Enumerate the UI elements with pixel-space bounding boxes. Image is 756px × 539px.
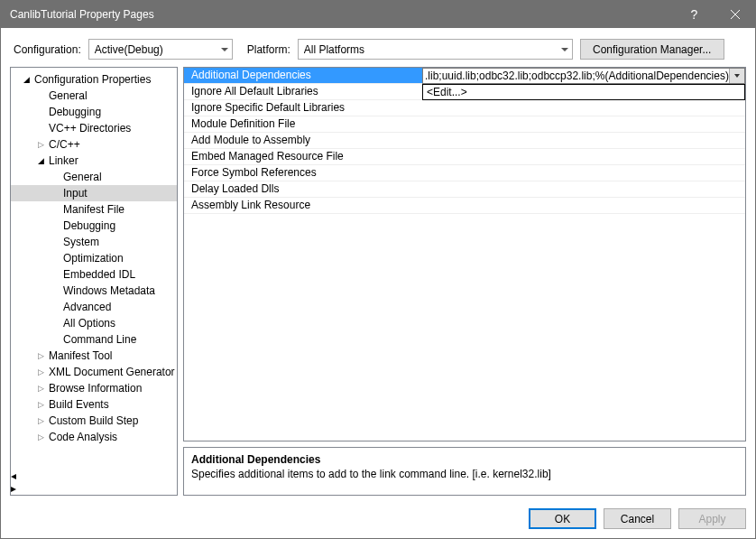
tree-item[interactable]: ▷Custom Build Step: [11, 413, 177, 429]
tree-item-label: Custom Build Step: [49, 414, 138, 427]
help-button[interactable]: ?: [674, 1, 715, 28]
collapse-icon[interactable]: ▷: [36, 367, 45, 376]
tree-item[interactable]: Debugging: [11, 218, 177, 234]
expand-icon[interactable]: ◢: [22, 75, 31, 84]
tree-item[interactable]: ▷XML Document Generator: [11, 364, 177, 380]
property-row[interactable]: Additional Dependencies.lib;uuid.lib;odb…: [184, 68, 745, 84]
tree-item-label: XML Document Generator: [49, 366, 175, 378]
property-name: Assembly Link Resource: [184, 198, 422, 213]
property-value[interactable]: [422, 198, 745, 213]
property-value-text: .lib;uuid.lib;odbc32.lib;odbccp32.lib;%(…: [425, 70, 729, 82]
tree-item[interactable]: ▷Browse Information: [11, 380, 177, 396]
property-row[interactable]: Ignore Specific Default Libraries: [184, 100, 745, 116]
apply-button[interactable]: Apply: [678, 508, 746, 529]
expand-icon[interactable]: ◢: [36, 156, 45, 165]
tree-item[interactable]: All Options: [11, 315, 177, 331]
tree-item-label: Debugging: [63, 219, 115, 232]
property-name: Force Symbol References: [184, 165, 422, 181]
property-row[interactable]: Force Symbol References: [184, 165, 745, 181]
window-title: CanlibTutorial Property Pages: [10, 8, 674, 21]
collapse-icon[interactable]: ▷: [36, 400, 45, 409]
collapse-icon[interactable]: ▷: [36, 432, 45, 441]
tree-item-label: Debugging: [49, 106, 101, 118]
tree-item-label: Embedded IDL: [63, 268, 135, 281]
property-value[interactable]: [422, 100, 745, 116]
property-row[interactable]: Assembly Link Resource: [184, 198, 745, 214]
property-value[interactable]: [422, 133, 745, 148]
configuration-manager-label: Configuration Manager...: [593, 43, 711, 56]
platform-value: All Platforms: [304, 43, 556, 56]
configuration-manager-button[interactable]: Configuration Manager...: [580, 39, 724, 60]
property-grid[interactable]: Additional Dependencies.lib;uuid.lib;odb…: [183, 67, 746, 441]
property-name: Add Module to Assembly: [184, 133, 422, 148]
scroll-right-icon[interactable]: ▸: [11, 482, 177, 495]
property-row[interactable]: Module Definition File: [184, 116, 745, 133]
tree-item[interactable]: ▷Manifest Tool: [11, 348, 177, 364]
tree-item-label: Advanced: [63, 301, 111, 313]
tree-item[interactable]: Optimization: [11, 250, 177, 266]
configuration-label: Configuration:: [14, 43, 81, 56]
tree-item[interactable]: ▷C/C++: [11, 136, 177, 153]
tree-item[interactable]: ▷Code Analysis: [11, 429, 177, 445]
description-text: Specifies additional items to add to the…: [191, 468, 738, 480]
tree-item-label: General: [63, 171, 102, 183]
property-value[interactable]: [422, 116, 745, 132]
tree-item-label: All Options: [63, 317, 115, 330]
scroll-left-icon[interactable]: ◂: [11, 469, 177, 482]
property-row[interactable]: Embed Managed Resource File: [184, 149, 745, 165]
tree-item[interactable]: General: [11, 88, 177, 104]
configuration-dropdown[interactable]: Active(Debug): [88, 39, 233, 60]
tree-item-label: Windows Metadata: [63, 284, 155, 297]
tree-item[interactable]: ▷Build Events: [11, 396, 177, 413]
platform-dropdown[interactable]: All Platforms: [298, 39, 573, 60]
dialog-buttons: OK Cancel Apply: [1, 501, 755, 538]
close-button[interactable]: [715, 1, 755, 28]
property-name: Embed Managed Resource File: [184, 149, 422, 164]
property-value[interactable]: [422, 181, 745, 197]
dropdown-button[interactable]: [729, 69, 744, 83]
tree-item[interactable]: Manifest File: [11, 201, 177, 218]
tree-item[interactable]: Windows Metadata: [11, 283, 177, 299]
property-value[interactable]: .lib;uuid.lib;odbc32.lib;odbccp32.lib;%(…: [422, 68, 745, 83]
tree-panel: ◢Configuration PropertiesGeneralDebuggin…: [10, 67, 178, 496]
tree-scrollbar[interactable]: ◂ ▸: [11, 469, 177, 495]
platform-label: Platform:: [247, 43, 290, 56]
tree-item-label: System: [63, 236, 99, 248]
edit-dropdown[interactable]: <Edit...>: [422, 84, 745, 100]
cancel-button[interactable]: Cancel: [604, 508, 671, 529]
tree-item-label: Optimization: [63, 252, 124, 265]
tree-item[interactable]: System: [11, 234, 177, 250]
tree-item[interactable]: General: [11, 169, 177, 185]
tree-item[interactable]: ◢Configuration Properties: [11, 71, 177, 88]
tree-item-label: Browse Information: [49, 382, 142, 395]
property-value[interactable]: [422, 149, 745, 164]
tree-item-label: Linker: [49, 154, 78, 167]
property-value-editor[interactable]: .lib;uuid.lib;odbc32.lib;odbccp32.lib;%(…: [422, 68, 745, 84]
collapse-icon[interactable]: ▷: [36, 140, 45, 149]
property-row[interactable]: Add Module to Assembly: [184, 133, 745, 149]
tree[interactable]: ◢Configuration PropertiesGeneralDebuggin…: [11, 68, 177, 469]
property-name: Module Definition File: [184, 116, 422, 132]
tree-item[interactable]: Command Line: [11, 331, 177, 348]
ok-button[interactable]: OK: [529, 508, 596, 529]
collapse-icon[interactable]: ▷: [36, 351, 45, 360]
configuration-value: Active(Debug): [95, 43, 216, 56]
property-name: Additional Dependencies: [184, 68, 422, 83]
property-name: Delay Loaded Dlls: [184, 181, 422, 197]
title-bar: CanlibTutorial Property Pages ?: [1, 1, 755, 28]
collapse-icon[interactable]: ▷: [36, 416, 45, 425]
property-row[interactable]: Delay Loaded Dlls: [184, 181, 745, 198]
tree-item[interactable]: Embedded IDL: [11, 266, 177, 283]
tree-item[interactable]: Input: [11, 185, 177, 201]
collapse-icon[interactable]: ▷: [36, 384, 45, 393]
tree-item-label: C/C++: [49, 138, 80, 151]
property-value[interactable]: [422, 165, 745, 181]
description-title: Additional Dependencies: [191, 453, 738, 466]
tree-item-label: General: [49, 89, 88, 102]
tree-item[interactable]: ◢Linker: [11, 153, 177, 169]
tree-item[interactable]: VC++ Directories: [11, 120, 177, 136]
tree-item[interactable]: Debugging: [11, 104, 177, 120]
chevron-down-icon: [561, 48, 568, 51]
tree-item[interactable]: Advanced: [11, 299, 177, 315]
tree-item-label: VC++ Directories: [49, 122, 131, 135]
